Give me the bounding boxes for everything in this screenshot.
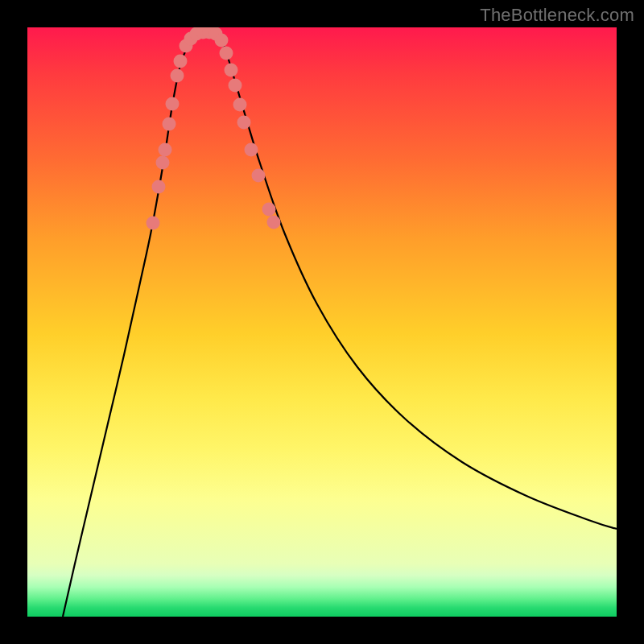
marker-dot (252, 169, 266, 183)
marker-dot (225, 64, 238, 77)
chart-svg (27, 27, 617, 617)
marker-dot (237, 116, 251, 130)
marker-dot (163, 118, 176, 131)
marker-dot (166, 97, 180, 111)
marker-dot (171, 69, 184, 83)
chart-plot-area (27, 27, 617, 617)
watermark-text: TheBottleneck.com (480, 5, 634, 26)
marker-dot (159, 143, 172, 157)
marker-dot (220, 47, 233, 60)
marker-dot (215, 34, 229, 47)
curve-left (63, 31, 201, 617)
marker-dot (233, 98, 247, 112)
marker-dot (156, 156, 170, 170)
marker-dot (229, 79, 242, 93)
marker-dot (174, 55, 188, 68)
marker-group (147, 27, 281, 230)
curve-right (216, 31, 617, 529)
marker-dot (267, 216, 281, 229)
marker-dot (152, 180, 166, 194)
marker-dot (245, 143, 258, 157)
marker-dot (262, 203, 276, 217)
marker-dot (147, 217, 160, 230)
